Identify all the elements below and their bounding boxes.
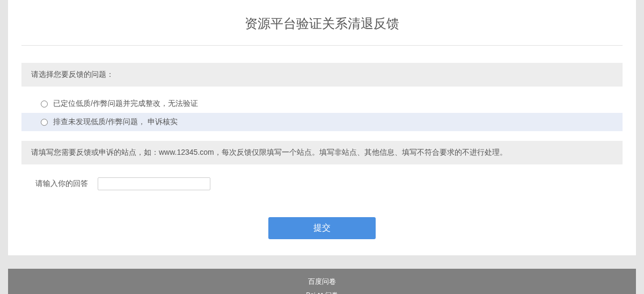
option-label-2: 排查未发现低质/作弊问题， 申诉核实 bbox=[53, 117, 178, 127]
page-title: 资源平台验证关系清退反馈 bbox=[8, 0, 636, 45]
options-group: 已定位低质/作弊问题并完成整改，无法验证 排查未发现低质/作弊问题， 申诉核实 bbox=[21, 95, 623, 131]
logo-prefix: Bai bbox=[306, 291, 315, 294]
logo-suffix: 问卷 bbox=[325, 291, 338, 295]
radio-option-1[interactable] bbox=[41, 101, 48, 107]
divider bbox=[21, 45, 623, 46]
option-row-2[interactable]: 排查未发现低质/作弊问题， 申诉核实 bbox=[21, 113, 623, 131]
option-label-1: 已定位低质/作弊问题并完成整改，无法验证 bbox=[53, 99, 198, 109]
option-row-1[interactable]: 已定位低质/作弊问题并完成整改，无法验证 bbox=[21, 95, 623, 113]
instruction-text: 请填写您需要反馈或申诉的站点，如：www.12345.com，每次反馈仅限填写一… bbox=[21, 141, 623, 164]
footer-text: 百度问卷 bbox=[8, 277, 636, 286]
answer-label: 请输入你的回答 bbox=[35, 179, 88, 189]
answer-row: 请输入你的回答 bbox=[21, 177, 623, 190]
paw-icon bbox=[317, 291, 324, 294]
submit-wrap: 提交 bbox=[8, 217, 636, 239]
footer-logo: Bai问卷 bbox=[306, 291, 338, 295]
question-header: 请选择您要反馈的问题： bbox=[21, 63, 623, 87]
submit-button[interactable]: 提交 bbox=[268, 217, 376, 239]
radio-option-2[interactable] bbox=[41, 119, 48, 126]
form-card: 资源平台验证关系清退反馈 请选择您要反馈的问题： 已定位低质/作弊问题并完成整改… bbox=[8, 0, 636, 255]
footer: 百度问卷 Bai问卷 bbox=[8, 269, 636, 294]
answer-input[interactable] bbox=[98, 177, 210, 190]
